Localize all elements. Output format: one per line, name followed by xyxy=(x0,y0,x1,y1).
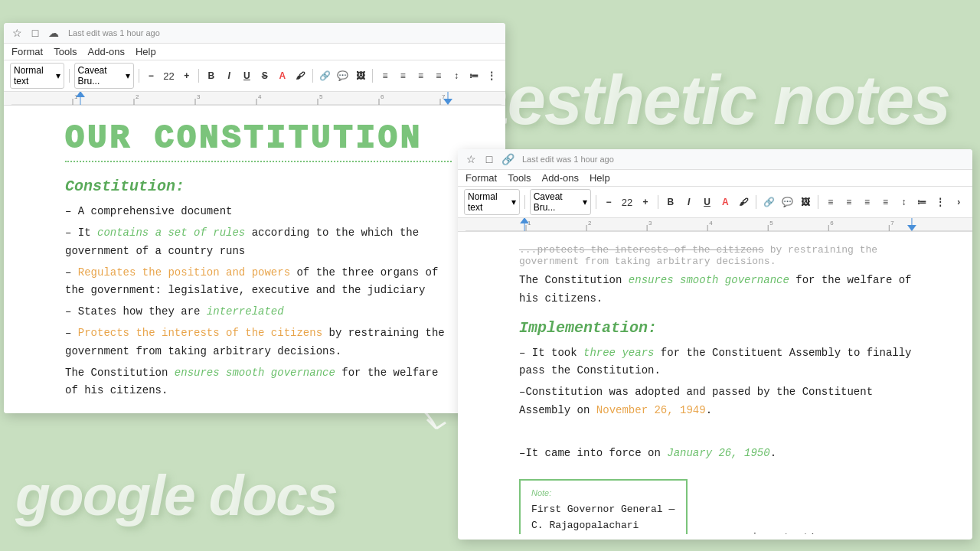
right-style-arrow: ▾ xyxy=(511,197,516,207)
svg-text:2: 2 xyxy=(588,220,591,227)
menu-tools[interactable]: Tools xyxy=(54,46,77,57)
right-sep-5 xyxy=(818,195,818,209)
right-doc-window: ☆ □ 🔗 Last edit was 1 hour ago Format To… xyxy=(458,149,972,540)
right-font-dropdown[interactable]: Caveat Bru... ▾ xyxy=(530,189,592,215)
item-6: The Constitution ensures smooth governan… xyxy=(65,364,452,401)
constitution-heading: Constitution: xyxy=(65,178,452,195)
right-sep-2 xyxy=(596,195,596,209)
folder-icon[interactable]: □ xyxy=(28,26,42,40)
right-folder-icon[interactable]: □ xyxy=(482,152,496,166)
right-font-arrow: ▾ xyxy=(583,197,587,207)
ruler: 1 2 3 4 5 6 7 xyxy=(4,92,505,106)
right-link-icon[interactable]: 🔗 xyxy=(501,152,514,166)
constitution-body: – A comprehensive document – It contains… xyxy=(65,203,452,400)
right-size-decrease[interactable]: − xyxy=(601,194,616,210)
note-box-title: Note: xyxy=(531,488,675,497)
right-bullet-list[interactable]: ⋮ xyxy=(933,194,948,210)
comment-btn[interactable]: 💬 xyxy=(335,67,350,84)
cloud-icon[interactable]: ☁ xyxy=(47,26,60,40)
right-link-btn[interactable]: 🔗 xyxy=(761,194,776,210)
text-color-btn[interactable]: A xyxy=(275,67,289,84)
highlight-contains: contains a set of rules xyxy=(97,227,245,239)
right-sep-3 xyxy=(658,195,658,209)
align-left-btn[interactable]: ≡ xyxy=(377,67,392,84)
highlight-jan-date: January 26, 1950 xyxy=(667,447,769,459)
right-style-label: Normal text xyxy=(468,191,510,213)
highlight-ensures: ensures smooth governance xyxy=(175,367,335,379)
right-text-color-btn[interactable]: A xyxy=(718,194,733,210)
right-menu-format[interactable]: Format xyxy=(466,172,497,184)
left-doc-content: OUR CONSTITUTION Constitution: – A compr… xyxy=(4,106,505,413)
numbered-list-btn[interactable]: ≔ xyxy=(467,67,482,84)
svg-marker-36 xyxy=(907,225,916,231)
svg-text:4: 4 xyxy=(709,220,713,227)
align-justify-btn[interactable]: ≡ xyxy=(431,67,446,84)
right-bold-btn[interactable]: B xyxy=(663,194,678,210)
left-top-toolbar: ☆ □ ☁ Last edit was 1 hour ago xyxy=(4,23,505,44)
star-icon[interactable]: ☆ xyxy=(10,26,24,40)
right-line-spacing[interactable]: ↕ xyxy=(896,194,911,210)
right-size-value: 22 xyxy=(619,194,635,210)
left-format-bar: Normal text ▾ Caveat Bru... ▾ − 22 + B I… xyxy=(4,60,505,92)
menu-format[interactable]: Format xyxy=(11,46,43,57)
link-btn[interactable]: 🔗 xyxy=(318,67,332,84)
font-dropdown-arrow: ▾ xyxy=(126,70,130,81)
strikethrough-btn[interactable]: S xyxy=(257,67,272,84)
right-italic-btn[interactable]: I xyxy=(681,194,697,210)
right-underline-btn[interactable]: U xyxy=(700,194,715,210)
implementation-heading-right: Implementation: xyxy=(519,319,926,337)
highlight-interrelated: interrelated xyxy=(207,305,284,318)
highlight-three-years: three years xyxy=(583,347,654,359)
highlight-nov-date: November 26, 1949 xyxy=(596,404,706,416)
bullet-list-btn[interactable]: ⋮ xyxy=(485,67,499,84)
underline-btn[interactable]: U xyxy=(240,67,254,84)
style-dropdown[interactable]: Normal text ▾ xyxy=(10,63,64,89)
right-top-toolbar: ☆ □ 🔗 Last edit was 1 hour ago xyxy=(458,149,972,170)
highlight-btn[interactable]: 🖌 xyxy=(293,67,308,84)
align-center-btn[interactable]: ≡ xyxy=(396,67,410,84)
align-right-btn[interactable]: ≡ xyxy=(413,67,428,84)
partial-strikethrough: ...protects the interests of the citizen… xyxy=(519,244,764,256)
right-format-bar: Normal text ▾ Caveat Bru... ▾ − 22 + B I… xyxy=(458,187,972,218)
bg-watermark-notes: aesthetic notes xyxy=(471,61,949,140)
right-menu-addons[interactable]: Add-ons xyxy=(542,172,579,184)
font-size-increase[interactable]: + xyxy=(179,67,194,84)
right-ruler: 1 2 3 4 5 6 7 xyxy=(458,218,972,232)
note-box: Note: First Governor General — C. Rajago… xyxy=(519,479,688,534)
note-box-content: First Governor General — C. Rajagopalach… xyxy=(531,502,675,534)
image-btn[interactable]: 🖼 xyxy=(353,67,368,84)
title-underline xyxy=(65,161,452,162)
line-spacing-btn[interactable]: ↕ xyxy=(449,67,463,84)
highlight-regulates: Regulates the position and powers xyxy=(78,266,290,279)
right-comment-btn[interactable]: 💬 xyxy=(779,194,795,210)
right-style-dropdown[interactable]: Normal text ▾ xyxy=(464,189,520,215)
item-5: – Protects the interests of the citizens… xyxy=(65,324,452,361)
partial-top-text: ...protects the interests of the citizen… xyxy=(519,244,926,267)
right-align-justify[interactable]: ≡ xyxy=(878,194,893,210)
italic-btn[interactable]: I xyxy=(222,67,237,84)
right-image-btn[interactable]: 🖼 xyxy=(798,194,813,210)
bold-btn[interactable]: B xyxy=(204,67,218,84)
right-align-right[interactable]: ≡ xyxy=(860,194,875,210)
svg-marker-17 xyxy=(443,99,452,105)
right-size-increase[interactable]: + xyxy=(638,194,653,210)
separator-3 xyxy=(198,69,199,83)
right-align-left[interactable]: ≡ xyxy=(823,194,838,210)
font-dropdown-label: Caveat Bru... xyxy=(78,65,124,86)
impl-item-4: –It came into force on January 26, 1950. xyxy=(519,445,926,463)
right-star-icon[interactable]: ☆ xyxy=(464,152,478,166)
font-size-decrease[interactable]: − xyxy=(144,67,158,84)
separator-2 xyxy=(139,69,139,83)
impl-item-2: –Constitution was adopted and passed by … xyxy=(519,383,926,420)
item-4: – States how they are interrelated xyxy=(65,303,452,321)
right-align-center[interactable]: ≡ xyxy=(841,194,857,210)
right-menu-tools[interactable]: Tools xyxy=(508,172,531,184)
right-more-btn[interactable]: › xyxy=(951,194,966,210)
right-numbered-list[interactable]: ≔ xyxy=(914,194,929,210)
separator-4 xyxy=(312,69,313,83)
right-highlight-btn[interactable]: 🖌 xyxy=(736,194,751,210)
menu-help[interactable]: Help xyxy=(136,46,156,57)
right-menu-help[interactable]: Help xyxy=(590,172,610,184)
font-dropdown[interactable]: Caveat Bru... ▾ xyxy=(74,63,134,89)
menu-addons[interactable]: Add-ons xyxy=(88,46,125,57)
